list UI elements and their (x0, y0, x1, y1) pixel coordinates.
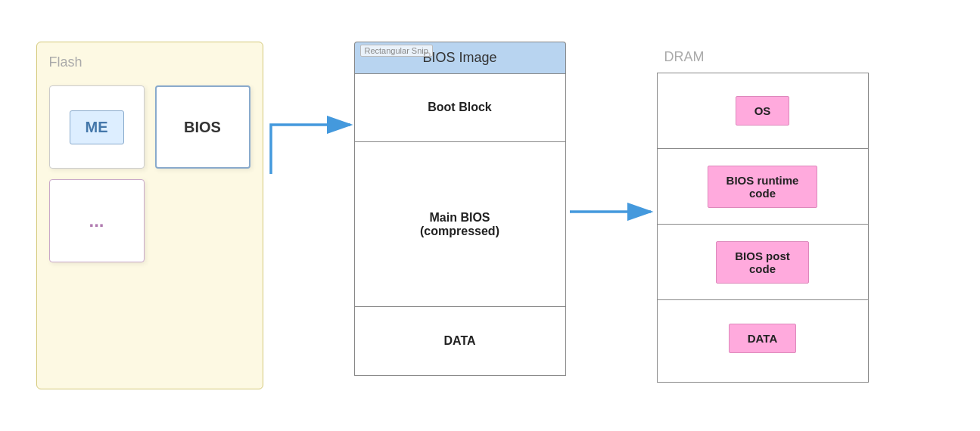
bios-image-body: Boot Block Main BIOS (compressed) DATA (354, 73, 566, 376)
flash-item-me: ME (49, 85, 145, 169)
flash-panel: Flash ME BIOS ... (36, 42, 263, 389)
bios-image-panel: BIOS Image Rectangular Snip Boot Block M… (354, 42, 566, 389)
dram-bios-post-badge: BIOS postcode (716, 241, 809, 284)
bios-image-title: BIOS Image Rectangular Snip (354, 42, 566, 73)
dram-panel: DRAM OS BIOS runtimecode BIOS postcode D… (657, 42, 869, 389)
bios-data-label: DATA (443, 334, 475, 348)
diagram: Flash ME BIOS ... (36, 19, 944, 412)
dram-bios-runtime-section: BIOS runtimecode (658, 149, 868, 225)
dram-os-section: OS (658, 73, 868, 149)
dram-body: OS BIOS runtimecode BIOS postcode DATA (657, 73, 869, 383)
bios-boot-block-section: Boot Block (355, 74, 565, 142)
dram-bios-runtime-badge: BIOS runtimecode (708, 166, 818, 208)
flash-item-bios: BIOS (155, 85, 250, 169)
dram-data-badge: DATA (729, 324, 796, 353)
dram-os-badge: OS (736, 96, 790, 126)
dram-data-section: DATA (658, 300, 868, 376)
main-bios-label: Main BIOS (429, 211, 490, 225)
me-label: ME (70, 110, 124, 144)
snip-label: Rectangular Snip (360, 45, 433, 57)
arrow-area-2 (566, 42, 657, 389)
dram-bios-post-section: BIOS postcode (658, 225, 868, 300)
bios-main-bios-section: Main BIOS (compressed) (355, 142, 565, 308)
bios-label: BIOS (184, 119, 221, 136)
bios-data-section: DATA (355, 307, 565, 375)
boot-block-label: Boot Block (428, 101, 491, 114)
dram-title: DRAM (657, 42, 869, 73)
dots-label: ... (89, 210, 104, 231)
arrow-area-1 (263, 42, 354, 389)
flash-title: Flash (49, 54, 250, 70)
flash-item-dots: ... (49, 179, 145, 262)
flash-items: ME BIOS ... (49, 85, 250, 262)
bios-to-biosimage-arrow (263, 42, 354, 389)
main-bios-sublabel: (compressed) (420, 225, 499, 238)
biosimage-to-dram-arrow (566, 42, 657, 389)
